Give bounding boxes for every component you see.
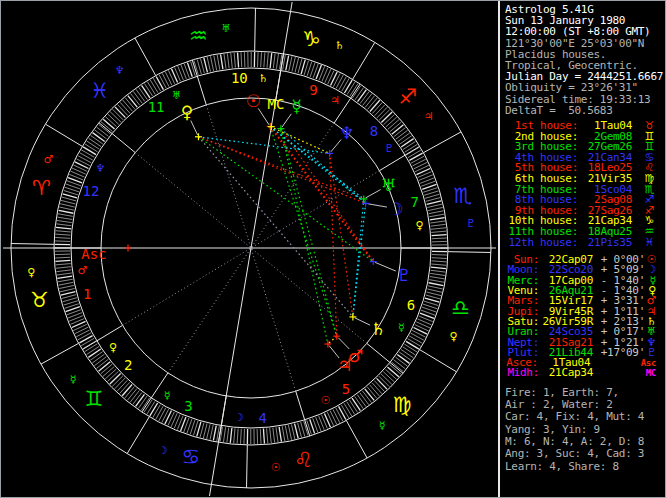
degree-tick <box>403 141 416 149</box>
degree-tick <box>159 75 166 88</box>
degree-tick <box>125 387 135 398</box>
degree-tick <box>197 422 201 436</box>
degree-tick <box>276 427 278 442</box>
degree-tick <box>55 257 70 258</box>
planet-glyph-pluto: ♇ <box>396 265 411 285</box>
house-number-10: 10 <box>231 70 248 86</box>
stat-line-6: Learn: 4, Share: 8 <box>505 461 665 473</box>
degree-tick <box>56 231 71 232</box>
degree-tick <box>381 112 392 122</box>
zodiac-sign-icon: ♓ <box>644 238 665 249</box>
degree-tick <box>367 387 377 399</box>
degree-tick <box>432 235 447 236</box>
degree-tick <box>257 429 258 444</box>
degree-tick <box>430 218 445 220</box>
degree-tick <box>168 412 174 426</box>
degree-tick <box>144 83 152 96</box>
degree-tick <box>397 355 409 364</box>
degree-tick <box>165 72 172 85</box>
degree-tick <box>350 84 358 97</box>
degree-tick <box>273 428 275 443</box>
degree-tick <box>341 405 348 418</box>
degree-tick <box>357 395 366 407</box>
degree-tick <box>59 282 74 285</box>
house-ruler-icon: ☽ <box>234 411 244 424</box>
sign-ruler-icon: ☉ <box>271 461 281 474</box>
degree-tick <box>427 292 442 296</box>
degree-tick <box>368 98 378 109</box>
degree-tick <box>133 91 142 103</box>
planet-pointer-line <box>355 318 370 325</box>
house-number-2: 2 <box>124 357 132 373</box>
aspect-line-venus-uranus <box>198 137 363 199</box>
degree-tick <box>292 424 295 439</box>
degree-tick <box>377 107 387 118</box>
degree-tick <box>273 53 275 68</box>
degree-tick <box>171 413 177 427</box>
degree-tick <box>227 53 229 68</box>
degree-tick <box>352 398 360 410</box>
degree-tick <box>415 325 429 331</box>
degree-tick <box>412 159 425 166</box>
degree-tick <box>234 428 235 443</box>
degree-tick <box>401 139 413 147</box>
degree-tick <box>412 330 425 337</box>
degree-tick <box>333 409 340 422</box>
degree-tick <box>99 362 111 371</box>
sign-glyph-aquarius: ♒ <box>189 24 208 48</box>
degree-tick <box>162 73 169 86</box>
house-number-8: 8 <box>370 123 378 139</box>
house-number-6: 6 <box>407 297 415 313</box>
degree-tick <box>105 369 116 379</box>
degree-tick <box>115 378 125 389</box>
sign-ruler-icon: ♄ <box>334 39 344 52</box>
degree-tick <box>336 75 343 88</box>
degree-tick <box>89 138 101 146</box>
degree-tick <box>231 53 233 68</box>
degree-tick <box>237 429 238 444</box>
degree-tick <box>416 322 430 328</box>
degree-tick <box>55 234 70 235</box>
degree-tick <box>344 80 352 93</box>
degree-tick <box>110 374 121 384</box>
degree-tick <box>210 425 213 440</box>
aspect-line-venus-pluto <box>198 137 373 262</box>
degree-tick <box>136 394 145 406</box>
aspect-line-venus-neptune <box>198 137 329 154</box>
sign-boundary <box>448 252 491 253</box>
degree-tick <box>432 255 447 256</box>
degree-tick <box>295 58 299 73</box>
degree-tick <box>59 285 74 288</box>
degree-tick <box>203 424 207 439</box>
element-stats: Fire: 1, Earth: 7,Air : 2, Water: 2Car: … <box>505 387 665 473</box>
chart-wheel: ♈♂♉♀♊☿♋☽♌☉♍☿♎♀♏♇♐♃♑♄♒♅♓♆1♂2♀3☿4☽5☉6☿7♀8♇… <box>1 1 498 497</box>
degree-tick <box>117 380 127 391</box>
degree-tick <box>94 357 106 366</box>
degree-tick <box>139 87 148 99</box>
degree-tick <box>207 57 210 72</box>
planet-pointer-line <box>368 204 387 207</box>
sign-ruler-icon: ☿ <box>70 373 77 386</box>
house-ruler-icon: ♄ <box>258 72 268 85</box>
degree-tick <box>324 413 330 427</box>
degree-tick <box>429 283 444 286</box>
degree-tick <box>210 56 213 71</box>
house-number-5: 5 <box>342 381 350 397</box>
degree-tick <box>120 102 130 113</box>
degree-tick <box>331 72 338 85</box>
degree-tick <box>333 73 340 86</box>
degree-tick <box>230 428 232 443</box>
degree-tick <box>355 396 364 408</box>
degree-tick <box>432 258 447 259</box>
degree-tick <box>426 197 440 201</box>
degree-tick <box>63 298 77 302</box>
degree-tick <box>78 156 91 163</box>
sign-ruler-icon: ♀ <box>27 266 35 279</box>
degree-tick <box>408 339 421 347</box>
degree-tick <box>76 330 89 337</box>
degree-tick <box>429 214 444 217</box>
degree-tick <box>58 214 73 217</box>
info-sidebar: Astrolog 5.41GSun 13 January 198012:00:0… <box>498 1 666 497</box>
degree-tick <box>298 423 302 437</box>
degree-tick <box>78 333 91 340</box>
